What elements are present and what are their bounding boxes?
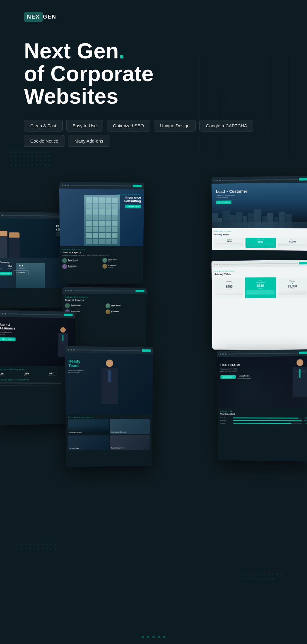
logo-gen: GEN	[43, 14, 56, 20]
bottom-dot-2	[147, 636, 149, 638]
hero-section: Next Gen. of Corporate Websites Clean & …	[0, 28, 307, 165]
mockup-insurance: BUILDING SOLUTIONS InsuranceConsulting G…	[59, 182, 144, 285]
tag-cookie-notice[interactable]: Cookie Notice	[24, 135, 64, 147]
header: NEX GEN	[0, 0, 307, 28]
tag-google-recaptcha[interactable]: Google reCAPTCHA	[199, 120, 253, 131]
bottom-dot-1	[142, 636, 144, 638]
mockup-audit: Audit &Assurance Financial auditingservi…	[0, 310, 75, 425]
bottom-dot-5	[163, 636, 165, 638]
hero-title-line3: Websites	[24, 84, 118, 108]
tag-unique-design[interactable]: Unique Design	[154, 120, 196, 131]
tag-many-addons[interactable]: Many Add-ons	[68, 135, 109, 147]
mockup-pricing: PLANS & PRICING Pricing Table Standard ●…	[211, 260, 307, 351]
tag-easy-to-use[interactable]: Easy to Use	[66, 120, 103, 131]
tag-optimized-seo[interactable]: Optimized SEO	[107, 120, 150, 131]
bottom-dot-3	[152, 636, 155, 638]
bottom-dot-4	[158, 636, 160, 638]
showcase-section: rectivity Corporate solutionsfor your bu…	[0, 177, 307, 551]
hero-title: Next Gen. of Corporate Websites	[24, 40, 283, 108]
hero-title-line2: of Corporate	[24, 62, 154, 86]
tag-clean-fast[interactable]: Clean & Fast	[24, 120, 63, 131]
logo[interactable]: NEX GEN	[24, 12, 283, 22]
bottom-dots-row	[142, 636, 165, 638]
tags-container: Clean & Fast Easy to Use Optimized SEO U…	[24, 120, 283, 147]
mockup-life-coach: LIFE COACH Train your mind to see thebri…	[217, 349, 307, 462]
mockup-team-experts: PRESIDENT SPEECH Team of Experts David C…	[62, 287, 147, 347]
mockup-lead-customer: Lead ~ Customer Convert your website vis…	[211, 176, 307, 267]
mockup-ready-team: ReadyTeam Building the right teamfor you…	[65, 346, 153, 467]
hero-title-line1: Next Gen.	[24, 39, 125, 63]
logo-nex: NEX	[24, 12, 43, 22]
